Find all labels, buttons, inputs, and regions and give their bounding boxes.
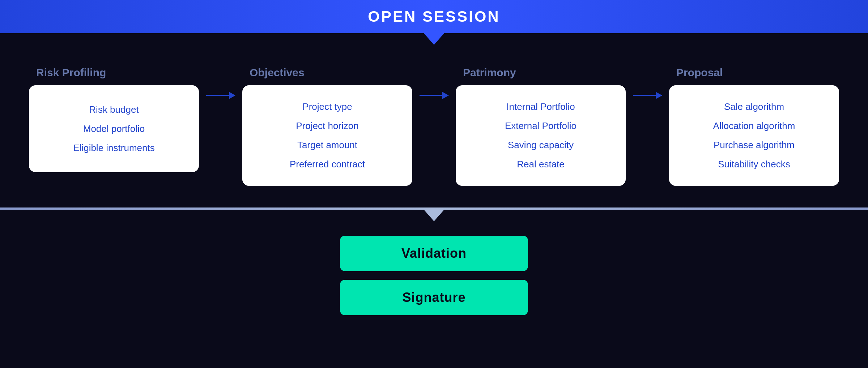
item-model-portfolio: Model portfolio <box>83 122 145 136</box>
section-risk-profiling: Risk Profiling Risk budget Model portfol… <box>29 67 199 172</box>
arrow-line-3 <box>633 95 662 96</box>
item-saving-capacity: Saving capacity <box>508 138 574 152</box>
bottom-buttons: Validation Signature <box>0 236 868 315</box>
top-banner: OPEN SESSION <box>0 0 868 33</box>
card-risk-profiling: Risk budget Model portfolio Eligible ins… <box>29 85 199 172</box>
arrow-connector-3 <box>626 95 669 96</box>
validation-button[interactable]: Validation <box>340 236 528 271</box>
main-content: Risk Profiling Risk budget Model portfol… <box>0 45 868 315</box>
card-proposal: Sale algorithm Allocation algorithm Purc… <box>669 85 839 186</box>
bottom-separator-arrow <box>424 210 444 221</box>
banner-arrow-down <box>424 33 444 45</box>
arrow-connector-1 <box>199 95 242 96</box>
item-target-amount: Target amount <box>297 138 357 152</box>
item-project-horizon: Project horizon <box>296 119 358 133</box>
section-objectives: Objectives Project type Project horizon … <box>242 67 412 186</box>
arrow-line-1 <box>206 95 235 96</box>
card-objectives: Project type Project horizon Target amou… <box>242 85 412 186</box>
item-suitability-checks: Suitability checks <box>718 157 790 171</box>
signature-button[interactable]: Signature <box>340 280 528 315</box>
arrow-connector-2 <box>412 95 456 96</box>
flow-row: Risk Profiling Risk budget Model portfol… <box>0 67 868 186</box>
item-eligible-instruments: Eligible instruments <box>73 141 154 155</box>
bottom-separator <box>0 207 868 210</box>
section-title-risk-profiling: Risk Profiling <box>29 67 106 79</box>
item-project-type: Project type <box>302 100 352 114</box>
item-internal-portfolio: Internal Portfolio <box>506 100 575 114</box>
section-title-patrimony: Patrimony <box>456 67 516 79</box>
item-purchase-algorithm: Purchase algorithm <box>714 138 795 152</box>
arrow-line-2 <box>420 95 448 96</box>
item-real-estate: Real estate <box>517 157 565 171</box>
banner-title: OPEN SESSION <box>368 8 500 25</box>
card-patrimony: Internal Portfolio External Portfolio Sa… <box>456 85 626 186</box>
item-preferred-contract: Preferred contract <box>290 157 365 171</box>
section-title-proposal: Proposal <box>669 67 723 79</box>
item-risk-budget: Risk budget <box>89 103 139 117</box>
section-proposal: Proposal Sale algorithm Allocation algor… <box>669 67 839 186</box>
item-external-portfolio: External Portfolio <box>505 119 576 133</box>
section-title-objectives: Objectives <box>242 67 305 79</box>
item-allocation-algorithm: Allocation algorithm <box>713 119 795 133</box>
item-sale-algorithm: Sale algorithm <box>724 100 784 114</box>
section-patrimony: Patrimony Internal Portfolio External Po… <box>456 67 626 186</box>
